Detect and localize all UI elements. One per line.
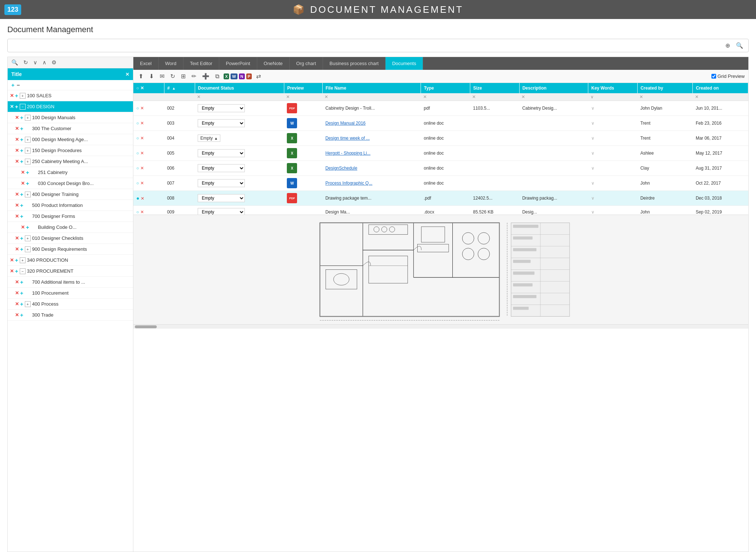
sidebar-delete-design[interactable]: ✕	[10, 104, 14, 109]
sidebar-delete-proc[interactable]: ✕	[15, 148, 19, 153]
filter-clear-type[interactable]: ✕	[423, 94, 427, 99]
row-radio-004[interactable]: ○	[136, 136, 139, 141]
sidebar-expand-check[interactable]: +	[25, 235, 31, 241]
sidebar-add-cabmeet[interactable]: +	[20, 158, 23, 165]
toolbar-download-icon[interactable]: ⬇	[148, 72, 155, 80]
sidebar-delete-sales[interactable]: ✕	[10, 93, 14, 98]
cell-status-004[interactable]: Empty ▲	[198, 135, 220, 142]
sidebar-add-meet[interactable]: +	[20, 136, 23, 143]
sidebar-expand-cabmeet[interactable]: +	[25, 159, 31, 165]
row-delete-008[interactable]: ✕	[141, 196, 144, 201]
tab-powerpoint[interactable]: PowerPoint	[219, 57, 257, 70]
tab-org-chart[interactable]: Org chart	[290, 57, 323, 70]
sidebar-item-meeting[interactable]: ✕ + + 000 Design Meeting Age...	[8, 134, 133, 145]
toolbar-excel-icon[interactable]: X	[224, 73, 229, 79]
sidebar-add-concept[interactable]: +	[26, 180, 29, 186]
sidebar-refresh-icon[interactable]: ↻	[23, 59, 28, 66]
sidebar-add-train[interactable]: +	[20, 191, 23, 197]
sidebar-item-requirements[interactable]: ✕ + + 900 Design Requirements	[8, 244, 133, 255]
toolbar-add-icon[interactable]: ➕	[201, 72, 211, 80]
sidebar-expand-icon[interactable]: ∧	[42, 59, 46, 66]
cell-status-005[interactable]: EmptyCompletedDraftReady for ReviewDecli…	[198, 149, 245, 157]
sidebar-delete-cust[interactable]: ✕	[15, 126, 19, 131]
toolbar-share-icon[interactable]: ⇄	[255, 72, 262, 80]
sidebar-add-prod2[interactable]: +	[15, 257, 18, 263]
filter-clear-filename[interactable]: ✕	[324, 94, 328, 99]
toolbar-refresh-icon[interactable]: ↻	[169, 72, 176, 80]
cell-status-002[interactable]: EmptyCompletedDraftReady for ReviewDecli…	[198, 104, 245, 112]
sidebar-delete-procure[interactable]: ✕	[10, 268, 14, 274]
sidebar-global-add[interactable]: +	[11, 82, 15, 88]
sidebar-item-forms[interactable]: ✕ + 700 Designer Forms	[8, 211, 133, 222]
cell-status-008[interactable]: EmptyCompletedDraftReady for ReviewDecli…	[198, 194, 245, 202]
tab-onenote[interactable]: OneNote	[257, 57, 290, 70]
row-radio-008[interactable]: ●	[136, 195, 139, 201]
table-row[interactable]: ○ ✕ 004 Empty ▲ X Design time week of ..…	[133, 131, 748, 146]
cell-status-007[interactable]: EmptyCompletedDraftReady for ReviewDecli…	[198, 179, 245, 187]
filter-clear-created-on[interactable]: ✕	[695, 94, 699, 99]
toolbar-edit-icon[interactable]: ✏	[190, 72, 198, 80]
tab-documents[interactable]: Documents	[385, 57, 423, 70]
sidebar-item-production[interactable]: ✕ + + 340 PRODUCTION	[8, 255, 133, 266]
sidebar-add-trade[interactable]: +	[20, 312, 23, 318]
toolbar-email-icon[interactable]: ✉	[158, 72, 166, 80]
sidebar-add-bc[interactable]: +	[26, 224, 29, 230]
filter-clear-created-by[interactable]: ✕	[639, 94, 643, 99]
sidebar-add-cab[interactable]: +	[26, 169, 29, 175]
cell-status-006[interactable]: EmptyCompletedDraftReady for ReviewDecli…	[198, 164, 245, 172]
sidebar-expand-proc[interactable]: +	[25, 148, 31, 154]
sidebar-global-minus[interactable]: −	[17, 82, 20, 88]
sidebar-delete-add[interactable]: ✕	[15, 279, 19, 285]
sidebar-add-proc[interactable]: +	[20, 147, 23, 154]
sidebar-expand-req[interactable]: +	[25, 246, 31, 252]
sidebar-expand-procure[interactable]: −	[20, 268, 26, 274]
search-icon-magnifier2[interactable]: 🔍	[734, 41, 745, 50]
table-row-selected[interactable]: ● ✕ 008 EmptyCompletedDraftReady for Rev…	[133, 191, 748, 206]
sidebar-expand-sales[interactable]: +	[20, 93, 26, 99]
sidebar-header-close[interactable]: ✕	[125, 72, 129, 77]
row-radio-003[interactable]: ○	[136, 121, 139, 126]
row-radio-002[interactable]: ○	[136, 106, 139, 111]
h-scroll-thumb[interactable]	[135, 325, 157, 328]
tab-excel[interactable]: Excel	[133, 57, 159, 70]
h-scrollbar[interactable]	[133, 324, 748, 329]
filter-clear-size[interactable]: ✕	[472, 94, 476, 99]
toolbar-upload-icon[interactable]: ⬆	[137, 72, 145, 80]
sidebar-item-design[interactable]: ✕ + − 200 DESIGN	[8, 101, 133, 112]
sidebar-add-sales[interactable]: +	[15, 92, 18, 99]
cell-status-009[interactable]: EmptyCompletedDraftReady for ReviewDecli…	[198, 208, 245, 215]
sidebar-item-procurement[interactable]: ✕ + − 320 PROCUREMENT	[8, 266, 133, 277]
sidebar-item-additional[interactable]: ✕ + 700 Additional items to ...	[8, 277, 133, 288]
sidebar-item-procurement-sub[interactable]: ✕ + 100 Procurement	[8, 288, 133, 299]
filter-clear-desc[interactable]: ✕	[521, 94, 525, 99]
row-radio-007[interactable]: ○	[136, 181, 139, 186]
sidebar-delete-dm[interactable]: ✕	[15, 115, 19, 120]
cell-status-003[interactable]: EmptyCompletedDraftReady for ReviewDecli…	[198, 119, 245, 127]
table-row[interactable]: ○ ✕ 007 EmptyCompletedDraftReady for Rev…	[133, 176, 748, 191]
sidebar-add-req[interactable]: +	[20, 246, 23, 252]
table-row[interactable]: ○ ✕ 005 EmptyCompletedDraftReady for Rev…	[133, 146, 748, 161]
sidebar-item-customer[interactable]: ✕ + 300 The Customer	[8, 123, 133, 134]
sidebar-settings-icon[interactable]: ⚙	[52, 59, 56, 66]
sidebar-expand-train[interactable]: +	[25, 192, 31, 197]
sidebar-add-process[interactable]: +	[20, 301, 23, 307]
sidebar-item-checklists[interactable]: ✕ + + 010 Designer Checklists	[8, 233, 133, 244]
col-header-num[interactable]: # ▲	[164, 83, 195, 93]
sidebar-delete-procsub[interactable]: ✕	[15, 290, 19, 296]
sidebar-expand-dm[interactable]: +	[25, 115, 31, 121]
search-icon-magnifier1[interactable]: ⊕	[724, 41, 732, 50]
table-row[interactable]: ○ ✕ 002 EmptyCompletedDraftReady for Rev…	[133, 101, 748, 116]
row-radio-006[interactable]: ○	[136, 166, 139, 171]
tab-word[interactable]: Word	[159, 57, 183, 70]
sidebar-delete-meet[interactable]: ✕	[15, 137, 19, 142]
table-row[interactable]: ○ ✕ 003 EmptyCompletedDraftReady for Rev…	[133, 116, 748, 131]
row-delete-007[interactable]: ✕	[140, 181, 144, 186]
table-row[interactable]: ○ ✕ 009 EmptyCompletedDraftReady for Rev…	[133, 206, 748, 215]
sidebar-add-prod[interactable]: +	[20, 202, 23, 208]
table-row[interactable]: ○ ✕ 006 EmptyCompletedDraftReady for Rev…	[133, 161, 748, 176]
sidebar-delete-prod2[interactable]: ✕	[10, 257, 14, 263]
sidebar-add-procsub[interactable]: +	[20, 290, 23, 296]
sidebar-delete-process[interactable]: ✕	[15, 301, 19, 307]
sidebar-delete-req[interactable]: ✕	[15, 246, 19, 252]
search-input[interactable]	[11, 43, 721, 49]
